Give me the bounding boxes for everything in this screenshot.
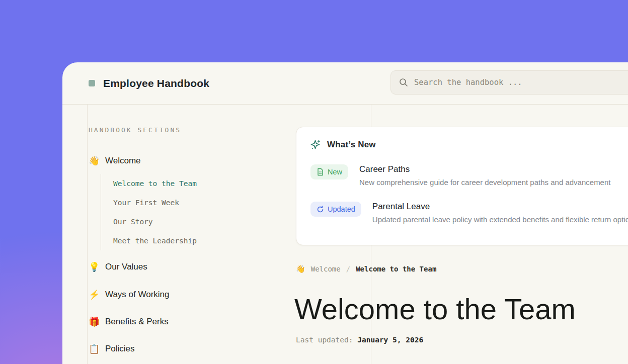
sidebar-subitem-meet-the-leadership[interactable]: Meet the Leadership	[113, 231, 197, 250]
sidebar-section-label: HANDBOOK SECTIONS	[89, 126, 181, 134]
whats-new-item-title: Career Paths	[359, 164, 610, 174]
updated-badge: Updated	[310, 202, 361, 217]
breadcrumb-separator: /	[346, 265, 350, 273]
clipboard-icon: 📋	[89, 344, 99, 353]
last-updated-value: January 5, 2026	[357, 336, 423, 344]
lightbulb-icon: 💡	[89, 262, 99, 271]
refresh-icon	[317, 206, 324, 213]
sidebar-item-welcome[interactable]: 👋 Welcome	[89, 156, 141, 166]
breadcrumb: 👋 Welcome / Welcome to the Team	[296, 264, 436, 274]
whats-new-item-description: Updated parental leave policy with exten…	[372, 215, 628, 224]
lightning-icon: ⚡	[89, 290, 99, 299]
sidebar-item-label: Welcome	[105, 156, 141, 166]
whats-new-item-parental-leave[interactable]: Updated Parental Leave Updated parental …	[310, 202, 628, 224]
new-badge: New	[310, 164, 348, 179]
search-box[interactable]	[390, 70, 628, 95]
wave-icon: 👋	[89, 156, 99, 165]
document-icon	[317, 168, 324, 176]
left-grid-rule	[87, 105, 88, 364]
app-title: Employee Handbook	[103, 77, 209, 89]
last-updated-label: Last updated:	[296, 336, 353, 344]
whats-new-item-title: Parental Leave	[372, 202, 628, 212]
whats-new-item-career-paths[interactable]: New Career Paths New comprehensive guide…	[310, 164, 628, 187]
whats-new-title: What’s New	[327, 140, 376, 150]
sidebar-item-ways-of-working[interactable]: ⚡ Ways of Working	[89, 290, 170, 300]
sidebar-item-policies[interactable]: 📋 Policies	[89, 344, 135, 354]
sidebar-item-label: Ways of Working	[105, 290, 170, 300]
whats-new-item-content: Parental Leave Updated parental leave po…	[372, 202, 628, 224]
sidebar-item-label: Policies	[105, 344, 135, 354]
sidebar-subitem-our-story[interactable]: Our Story	[113, 212, 197, 231]
app-logo-icon	[89, 80, 95, 86]
sparkle-icon	[310, 139, 322, 150]
gift-icon: 🎁	[89, 317, 99, 326]
whats-new-item-content: Career Paths New comprehensive guide for…	[359, 164, 610, 187]
whats-new-header: What’s New	[310, 139, 628, 150]
search-icon	[399, 78, 408, 87]
handbook-app-window: Employee Handbook HANDBOOK SECTIONS 👋 We…	[62, 62, 628, 364]
desktop-background: Employee Handbook HANDBOOK SECTIONS 👋 We…	[0, 0, 628, 364]
welcome-subsection-list: Welcome to the Team Your First Week Our …	[101, 174, 197, 250]
page-title: Welcome to the Team	[294, 292, 576, 326]
breadcrumb-section-link[interactable]: Welcome	[311, 265, 341, 273]
sidebar-subitem-welcome-to-the-team[interactable]: Welcome to the Team	[113, 174, 197, 193]
sidebar-item-benefits-perks[interactable]: 🎁 Benefits & Perks	[89, 317, 169, 327]
wave-icon: 👋	[296, 264, 305, 274]
badge-label: Updated	[328, 205, 355, 213]
sidebar-subitem-your-first-week[interactable]: Your First Week	[113, 193, 197, 212]
badge-label: New	[328, 168, 342, 176]
sidebar-item-label: Our Values	[105, 262, 147, 272]
whats-new-item-description: New comprehensive guide for career devel…	[359, 178, 610, 187]
last-updated-line: Last updated: January 5, 2026	[296, 336, 423, 344]
sidebar-item-our-values[interactable]: 💡 Our Values	[89, 262, 147, 272]
app-header: Employee Handbook	[62, 62, 628, 105]
breadcrumb-current-page: Welcome to the Team	[356, 265, 436, 273]
whats-new-card: What’s New New Career Paths New comprehe…	[296, 127, 628, 245]
sidebar-item-label: Benefits & Perks	[105, 317, 169, 327]
search-input[interactable]	[414, 78, 628, 87]
